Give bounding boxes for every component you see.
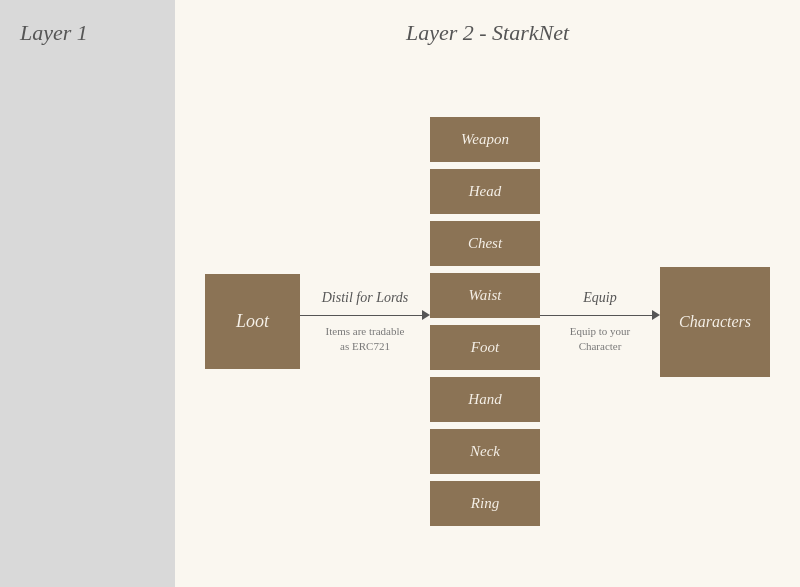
item-weapon: Weapon [430,117,540,162]
equip-line [540,315,652,316]
characters-label: Characters [679,313,751,331]
distil-line [300,315,422,316]
loot-label: Loot [236,311,269,332]
item-hand: Hand [430,377,540,422]
distil-arrow-section: Distil for Lords Items are tradableas ER… [300,290,430,353]
item-waist: Waist [430,273,540,318]
item-neck: Neck [430,429,540,474]
distil-arrow-line [300,310,430,320]
equip-arrow-sublabel: Equip to yourCharacter [570,324,631,353]
item-head: Head [430,169,540,214]
distil-arrow-sublabel: Items are tradableas ERC721 [326,324,405,353]
loot-box: Loot [205,274,300,369]
items-column: Weapon Head Chest Waist Foot Hand Neck R… [430,117,540,526]
equip-arrowhead [652,310,660,320]
layer1-panel: Layer 1 [0,0,175,587]
distil-arrow-label: Distil for Lords [322,290,409,306]
equip-arrow-section: Equip Equip to yourCharacter [540,290,660,353]
characters-box: Characters [660,267,770,377]
item-foot: Foot [430,325,540,370]
item-ring: Ring [430,481,540,526]
main-content: Loot Distil for Lords Items are tradable… [175,56,800,587]
equip-arrow-label: Equip [583,290,616,306]
item-chest: Chest [430,221,540,266]
layer2-title: Layer 2 - StarkNet [175,0,800,56]
equip-arrow-line [540,310,660,320]
layer2-panel: Layer 2 - StarkNet Loot Distil for Lords… [175,0,800,587]
layer1-title: Layer 1 [20,20,88,46]
distil-arrowhead [422,310,430,320]
